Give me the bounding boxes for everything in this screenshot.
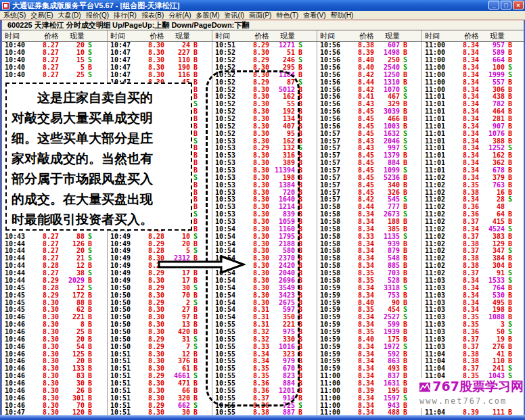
price-cell: 8.30 [136,277,164,284]
time-cell: 11:00 [320,409,346,416]
time-cell: 10:47 [110,49,136,56]
price-cell: 8.45 [346,189,374,196]
table-row: 10:598.34592B [317,350,421,358]
menu-item-screen[interactable]: 画面(P) [249,11,271,20]
time-cell: 11:03 [425,314,451,321]
time-cell: 10:56 [320,42,346,49]
time-cell: 10:57 [320,196,346,203]
volume-cell: 1379 [374,152,400,159]
volume-cell: 70 [59,402,85,409]
price-cell: 8.30 [136,358,164,365]
price-cell: 8.34 [451,123,479,130]
table-row: 11:038.341533S [422,277,524,285]
menu-item-rank[interactable]: 排行(R) [114,11,137,20]
minimize-button[interactable]: _ [488,1,499,9]
volume-cell: 198 [479,306,505,313]
price-cell: 8.42 [346,87,374,93]
price-cell: 8.37 [451,270,479,277]
table-row: 11:008.39195B [317,387,421,394]
table-row: 10:578.451632S [317,130,421,137]
time-cell: 11:04 [425,351,451,358]
table-row: 10:448.2738S [2,270,107,277]
table-row: 10:598.343318S [317,284,421,291]
menu-item-help[interactable]: 帮助(H) [331,11,354,20]
time-cell: 10:58 [320,277,346,284]
price-cell: 8.30 [136,72,164,78]
time-cell: 11:02 [425,196,451,203]
flag-cell: S [400,233,411,240]
table-row: 10:518.3061B [108,365,212,373]
volume-header: 现量 [374,31,400,41]
price-cell: 8.39 [346,49,374,56]
price-cell: 8.34 [346,285,374,291]
time-cell: 10:56 [320,116,346,122]
table-row: 10:518.291271S [212,42,317,49]
time-cell: 10:59 [320,344,346,350]
volume-cell: 1310 [374,79,400,86]
time-header: 时间 [320,31,346,41]
volume-cell: 83 [59,373,85,379]
menu-item-quote[interactable]: 报价(Q) [86,11,109,20]
table-row: 11:008.34837B [317,373,421,380]
table-row: 10:568.421250B [317,71,421,78]
menu-item-report[interactable]: 报表(B) [141,11,164,20]
time-cell: 10:55 [215,409,241,416]
flag-cell: S [190,336,201,343]
flag-cell: B [85,306,95,313]
menu-item-multi[interactable]: 多股(M) [196,11,220,20]
menu-item-news[interactable]: 资讯(I) [225,11,244,20]
volume-cell: 383 [479,233,505,240]
column-header-group: 时间 价格 现量 [317,30,421,41]
time-cell: 10:40 [5,57,30,64]
flag-cell: B [400,388,411,394]
time-cell: 11:00 [320,402,346,409]
close-button[interactable]: × [513,1,524,9]
volume-cell: 384 [479,255,505,262]
menu-item-view[interactable]: 查看(V) [303,11,325,20]
table-row: 10:518.30471B [108,380,212,388]
price-cell: 8.30 [30,395,59,402]
price-cell: 8.27 [30,72,59,78]
time-cell: 10:57 [320,167,346,174]
menu-item-analyze[interactable]: 分析(A) [168,11,191,20]
price-cell: 8.30 [30,402,59,409]
flag-cell: S [400,64,411,71]
price-cell: 8.34 [346,344,374,350]
table-row: 10:508.3070B [108,291,212,299]
flag-cell: S [505,270,516,277]
flag-cell: B [190,72,201,78]
volume-cell: 5 [59,64,85,71]
table-row: 10:508.3013B [108,321,212,329]
flag-cell: S [505,64,516,71]
flag-cell: B [505,138,516,145]
price-cell: 8.27 [30,42,59,49]
table-row: 10:478.30120B [2,409,107,417]
volume-header: 现量 [164,31,190,41]
menu-item-system[interactable]: 系统(S) [3,11,26,20]
price-header: 价格 [136,31,164,41]
restore-button[interactable]: □ [501,1,511,9]
price-cell: 8.30 [136,306,164,313]
flag-cell: B [190,277,201,284]
flag-cell: B [505,182,516,189]
volume-header: 现量 [59,31,85,41]
table-row: 10:458.2812S [2,284,107,291]
title-bar[interactable]: 大通证券集成版服务平台V5.67 - [组合图-天津松江] _ □ × [0,0,525,11]
price-cell: 8.45 [346,160,374,166]
table-row: 10:598.34493B [317,365,421,373]
price-cell: 8.29 [30,292,59,299]
flag-cell: B [190,388,201,394]
volume-cell: 2527 [374,314,400,321]
table-row: 10:568.453039B [317,108,421,116]
time-cell: 10:57 [320,152,346,159]
menu-item-trade[interactable]: 交易(E) [30,11,53,20]
volume-cell: 467 [374,93,400,100]
volume-cell: 8 [59,321,85,328]
time-cell: 10:59 [320,351,346,358]
time-cell: 10:45 [5,292,30,299]
menu-item-feature[interactable]: 特色(T) [276,11,298,20]
time-cell: 10:59 [320,358,346,365]
price-cell: 8.34 [451,138,479,145]
menu-item-market[interactable]: 大盘(D) [58,11,81,20]
flag-cell: B [505,344,516,350]
